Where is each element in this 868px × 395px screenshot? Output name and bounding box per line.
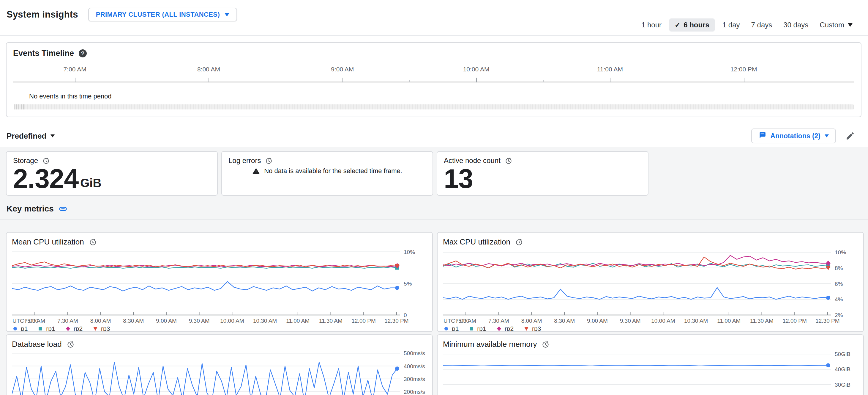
timeline-track (13, 81, 854, 83)
edit-pencil-icon[interactable] (844, 130, 856, 142)
no-data-message-row: No data is available for the selected ti… (228, 167, 426, 175)
metric-value-row: 13 (444, 165, 641, 193)
time-range-option[interactable]: 1 day (719, 19, 744, 31)
legend-item[interactable]: rp2 (65, 325, 83, 332)
chart-legend: p1rp1rp2rp3 (12, 325, 427, 332)
cluster-selector-button[interactable]: PRIMARY CLUSTER (ALL INSTANCES) (88, 8, 237, 21)
time-range-option-label: 6 hours (684, 21, 709, 29)
timeline-hour-label: 9:00 AM (331, 66, 354, 73)
database-load-chart: 0100ms/s200ms/s300ms/s400ms/s500ms/s7:00… (12, 351, 427, 395)
title-row: System insights PRIMARY CLUSTER (ALL INS… (6, 8, 237, 29)
legend-label: rp1 (477, 325, 486, 332)
metric-card-header: Storage (13, 157, 211, 165)
metric-card-header: Log errors (228, 157, 426, 165)
chevron-down-icon (224, 13, 229, 16)
svg-text:8:00 AM: 8:00 AM (521, 318, 542, 324)
svg-text:9:00 AM: 9:00 AM (587, 318, 608, 324)
legend-label: p1 (21, 325, 28, 332)
timeline-hour-tick (476, 78, 477, 82)
chart-title: Database load (12, 340, 62, 349)
time-range-option[interactable]: 7 days (748, 19, 776, 31)
svg-text:300ms/s: 300ms/s (404, 376, 425, 382)
chart-header: Max CPU utilization (443, 237, 858, 247)
timeline-scrollbar-handle[interactable] (14, 105, 24, 109)
log-errors-card: Log errors No data is available for the … (221, 151, 433, 196)
chart-title: Mean CPU utilization (12, 237, 84, 247)
triangle-marker-icon (93, 326, 98, 331)
time-range-option[interactable]: ✓6 hours (669, 19, 715, 31)
square-marker-icon (469, 326, 474, 331)
timeline-scrollbar[interactable] (14, 105, 854, 109)
timeline-hour-tick (75, 78, 75, 82)
legend-item[interactable]: p1 (12, 325, 28, 332)
svg-text:50GiB: 50GiB (835, 351, 850, 357)
help-icon[interactable]: ? (79, 49, 87, 57)
svg-text:11:30 AM: 11:30 AM (319, 318, 342, 324)
chevron-down-icon (825, 135, 829, 137)
legend-item[interactable]: rp2 (496, 325, 514, 332)
legend-item[interactable]: rp3 (524, 325, 541, 332)
svg-text:10:00 AM: 10:00 AM (651, 318, 675, 324)
metric-card-header: Active node count (444, 157, 641, 165)
chart-legend: p1rp1rp2rp3 (443, 325, 858, 332)
charts-grid-row2: Database load 0100ms/s200ms/s300ms/s400m… (6, 334, 868, 395)
svg-text:UTC+5:30: UTC+5:30 (443, 318, 469, 324)
svg-text:11:30 AM: 11:30 AM (750, 318, 774, 324)
custom-label: Custom (819, 21, 844, 29)
chart-header: Mean CPU utilization (12, 237, 427, 247)
events-empty-message: No events in this time period (29, 92, 854, 100)
time-aggregation-icon[interactable] (42, 157, 50, 165)
legend-label: rp2 (74, 325, 83, 332)
timeline-half-hour-tick (543, 80, 544, 82)
annotations-button[interactable]: Annotations (2) (751, 129, 836, 143)
timeline-hour-label: 8:00 AM (197, 66, 220, 73)
legend-item[interactable]: p1 (443, 325, 459, 332)
svg-text:12:00 PM: 12:00 PM (782, 318, 807, 324)
time-aggregation-icon[interactable] (505, 157, 513, 165)
timeline-hour-label: 12:00 PM (731, 66, 757, 73)
timeline-hour-tick (744, 78, 744, 82)
charts-grid: Mean CPU utilization 05%10%7:00 AM7:30 A… (6, 232, 868, 332)
svg-text:8:30 AM: 8:30 AM (123, 318, 144, 324)
circle-marker-icon (443, 326, 449, 331)
svg-text:4%: 4% (835, 296, 843, 303)
svg-text:12:00 PM: 12:00 PM (351, 318, 375, 324)
timeline-half-hour-tick (142, 80, 142, 82)
time-range-option-label: 7 days (751, 21, 772, 29)
content-area: Storage 2.324 GiB Log errors (0, 148, 868, 395)
events-timeline-card: Events Timeline ? 7:00 AM8:00 AM9:00 AM1… (6, 42, 862, 117)
time-range-option[interactable]: 1 hour (638, 19, 665, 31)
svg-text:9:30 AM: 9:30 AM (620, 318, 641, 324)
chart-title: Minimum available memory (443, 340, 537, 349)
time-range-option[interactable]: 30 days (780, 19, 812, 31)
active-node-count-card: Active node count 13 (437, 151, 649, 196)
svg-text:40GiB: 40GiB (835, 366, 850, 372)
no-data-message: No data is available for the selected ti… (264, 167, 402, 175)
legend-item[interactable]: rp3 (93, 325, 110, 332)
time-range-custom[interactable]: Custom (816, 19, 856, 31)
svg-text:10%: 10% (404, 249, 415, 255)
legend-item[interactable]: rp1 (38, 325, 55, 332)
svg-text:10:30 AM: 10:30 AM (684, 318, 708, 324)
chart-card-max-cpu: Max CPU utilization 2%4%6%8%10%7:00 AM7:… (437, 232, 864, 332)
svg-text:7:30 AM: 7:30 AM (488, 318, 509, 324)
link-icon[interactable] (59, 204, 67, 213)
metric-cards-row: Storage 2.324 GiB Log errors (0, 148, 868, 196)
time-aggregation-icon[interactable] (265, 157, 273, 165)
key-metrics-header: Key metrics (6, 204, 862, 214)
time-aggregation-icon[interactable] (66, 340, 74, 348)
predefined-dropdown[interactable]: Predefined (6, 132, 55, 141)
timeline-hour-label: 7:00 AM (64, 66, 87, 73)
warning-icon (252, 167, 260, 175)
svg-text:200ms/s: 200ms/s (404, 389, 425, 395)
time-aggregation-icon[interactable] (515, 238, 523, 246)
svg-text:500ms/s: 500ms/s (404, 351, 425, 356)
chart-header: Minimum available memory (443, 340, 858, 349)
key-metrics-title: Key metrics (6, 204, 54, 214)
chart-card-min-memory: Minimum available memory 10GiB20GiB30GiB… (437, 334, 864, 395)
timeline-half-hour-tick (409, 80, 410, 82)
time-aggregation-icon[interactable] (89, 238, 97, 246)
legend-item[interactable]: rp1 (469, 325, 486, 332)
events-timeline-title: Events Timeline (13, 49, 74, 58)
time-aggregation-icon[interactable] (541, 340, 550, 348)
